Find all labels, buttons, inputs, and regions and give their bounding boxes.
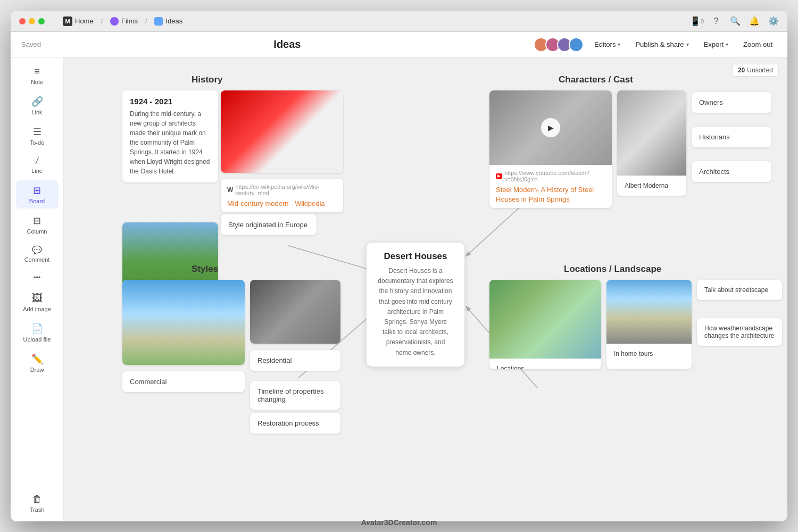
center-node[interactable]: Desert Houses Desert Houses is a documen… bbox=[367, 243, 464, 367]
sidebar-item-upload[interactable]: 📄 Upload file bbox=[16, 319, 59, 347]
titlebar-right: 📱0 ? 🔍 🔔 ⚙️ bbox=[692, 16, 779, 27]
sidebar-item-add-image[interactable]: 🖼 Add image bbox=[16, 288, 59, 317]
play-button[interactable]: ▶ bbox=[541, 118, 560, 137]
styles-car-card[interactable] bbox=[250, 280, 340, 344]
export-button[interactable]: Export ▾ bbox=[700, 38, 733, 51]
sidebar-item-board[interactable]: ⊞ Board bbox=[16, 180, 59, 209]
minimize-button[interactable] bbox=[29, 18, 35, 24]
close-button[interactable] bbox=[19, 18, 26, 24]
styles-building-card[interactable] bbox=[122, 280, 245, 365]
svg-line-0 bbox=[288, 246, 375, 271]
owners-text: Owners bbox=[692, 92, 771, 113]
comment-icon: 💬 bbox=[32, 245, 42, 255]
publish-share-label: Publish & share bbox=[635, 40, 684, 48]
sidebar-item-comment[interactable]: 💬 Comment bbox=[16, 241, 59, 267]
editors-button[interactable]: Editors ▾ bbox=[590, 38, 625, 51]
history-wiki-content: W https://en.wikipedia.org/wiki/Mid-cent… bbox=[221, 179, 343, 212]
section-locations: Locations / Landscape bbox=[564, 264, 661, 275]
sidebar: ≡ Note 🔗 Link ☰ To-do / Line ⊞ Board ⊟ C… bbox=[11, 57, 64, 521]
locations-weather-card[interactable]: How weather/landscape changes the archit… bbox=[697, 318, 782, 346]
history-chair-card[interactable] bbox=[221, 90, 343, 173]
tab-home[interactable]: M Home bbox=[57, 14, 99, 28]
unsorted-count: 20 bbox=[738, 66, 745, 74]
publish-chevron: ▾ bbox=[686, 41, 689, 47]
sidebar-board-label: Board bbox=[29, 198, 45, 204]
mobile-icon[interactable]: 📱0 bbox=[692, 16, 702, 27]
section-styles: Styles bbox=[192, 264, 218, 275]
saved-status: Saved bbox=[21, 40, 41, 48]
timeline-text: Timeline of properties changing bbox=[250, 381, 340, 410]
tab-sep-2: / bbox=[145, 18, 147, 25]
characters-video-card[interactable]: ▶ https://www.youtube.com/watch?v=0NxJ0g… bbox=[489, 90, 612, 208]
red-chair-image bbox=[221, 90, 343, 173]
architects-text: Architects bbox=[692, 161, 771, 182]
street-image bbox=[606, 280, 692, 344]
sidebar-item-trash[interactable]: 🗑 Trash bbox=[16, 489, 59, 517]
sidebar-note-label: Note bbox=[31, 79, 43, 85]
help-icon[interactable]: ? bbox=[711, 16, 721, 27]
line-icon: / bbox=[36, 156, 38, 166]
tab-ideas[interactable]: Ideas bbox=[149, 15, 188, 28]
history-wiki-card[interactable]: W https://en.wikipedia.org/wiki/Mid-cent… bbox=[221, 179, 343, 212]
sidebar-column-label: Column bbox=[27, 228, 47, 235]
settings-icon[interactable]: ⚙️ bbox=[768, 16, 779, 27]
todo-icon: ☰ bbox=[33, 126, 41, 138]
editor-avatars bbox=[534, 37, 584, 52]
unsorted-label: Unsorted bbox=[747, 66, 773, 74]
bell-icon[interactable]: 🔔 bbox=[749, 16, 760, 27]
characters-portrait-card[interactable]: Albert Moderna bbox=[617, 90, 686, 196]
history-style-card[interactable]: Style originated in Europe bbox=[221, 214, 317, 235]
section-history: History bbox=[192, 74, 223, 85]
sidebar-item-todo[interactable]: ☰ To-do bbox=[16, 122, 59, 150]
wikipedia-icon: W bbox=[227, 186, 233, 194]
tab-ideas-label: Ideas bbox=[165, 17, 182, 25]
aerial-image bbox=[489, 280, 601, 359]
history-wiki-link[interactable]: Mid-century modern - Wikipedia bbox=[227, 200, 325, 207]
upload-icon: 📄 bbox=[31, 323, 43, 335]
styles-timeline-card[interactable]: Timeline of properties changing bbox=[250, 381, 340, 410]
commercial-text: Commercial bbox=[122, 371, 245, 392]
zoom-out-button[interactable]: Zoom out bbox=[739, 38, 777, 51]
tab-sep-1: / bbox=[101, 18, 103, 25]
main-area: ≡ Note 🔗 Link ☰ To-do / Line ⊞ Board ⊟ C… bbox=[11, 57, 787, 521]
canvas[interactable]: 20 Unsorted History 1924 - 2021 During t… bbox=[64, 57, 787, 521]
locations-streetscape-card[interactable]: Talk about streetscape bbox=[697, 280, 782, 300]
video-thumbnail: ▶ bbox=[489, 90, 612, 165]
sidebar-item-more[interactable]: ••• bbox=[16, 269, 59, 286]
restoration-text: Restoration process bbox=[250, 413, 340, 434]
characters-architects-card[interactable]: Architects bbox=[692, 161, 771, 182]
locations-street-card[interactable]: In home tours bbox=[606, 280, 692, 369]
titlebar-tabs: M Home / Films / Ideas bbox=[57, 14, 188, 28]
sidebar-item-link[interactable]: 🔗 Link bbox=[16, 92, 59, 120]
sidebar-item-draw[interactable]: ✏️ Draw bbox=[16, 349, 59, 377]
locations-aerial-card[interactable]: Locations bbox=[489, 280, 601, 369]
sidebar-item-line[interactable]: / Line bbox=[16, 152, 59, 178]
add-image-icon: 🖼 bbox=[32, 292, 43, 304]
films-icon bbox=[110, 17, 119, 26]
styles-restoration-card[interactable]: Restoration process bbox=[250, 413, 340, 434]
search-icon[interactable]: 🔍 bbox=[730, 16, 741, 27]
editors-chevron: ▾ bbox=[618, 41, 620, 47]
characters-owners-card[interactable]: Owners bbox=[692, 92, 771, 113]
page-title: Ideas bbox=[41, 38, 534, 51]
maximize-button[interactable] bbox=[38, 18, 45, 24]
styles-residential-card[interactable]: Residential bbox=[250, 350, 340, 371]
characters-historians-card[interactable]: Historians bbox=[692, 127, 771, 147]
sidebar-item-note[interactable]: ≡ Note bbox=[16, 62, 59, 89]
styles-commercial-card[interactable]: Commercial bbox=[122, 371, 245, 392]
column-icon: ⊟ bbox=[33, 215, 41, 227]
editors-label: Editors bbox=[594, 40, 616, 48]
portrait-name: Albert Moderna bbox=[617, 176, 686, 196]
publish-share-button[interactable]: Publish & share ▾ bbox=[631, 38, 693, 51]
note-icon: ≡ bbox=[34, 66, 40, 77]
footer: Avatar3DCreator.com bbox=[0, 518, 798, 527]
app-window: M Home / Films / Ideas 📱0 ? 🔍 🔔 ⚙️ Saved… bbox=[11, 11, 787, 521]
export-chevron: ▾ bbox=[726, 41, 728, 47]
characters-video-link[interactable]: Steel Modern- A History of Steel Houses … bbox=[496, 186, 594, 203]
trash-icon: 🗑 bbox=[32, 494, 42, 505]
history-text-card[interactable]: 1924 - 2021 During the mid-century, a ne… bbox=[122, 90, 218, 182]
tab-films[interactable]: Films bbox=[105, 15, 143, 28]
board-icon: ⊞ bbox=[33, 185, 41, 196]
history-style-text: Style originated in Europe bbox=[221, 214, 317, 235]
sidebar-item-column[interactable]: ⊟ Column bbox=[16, 211, 59, 239]
